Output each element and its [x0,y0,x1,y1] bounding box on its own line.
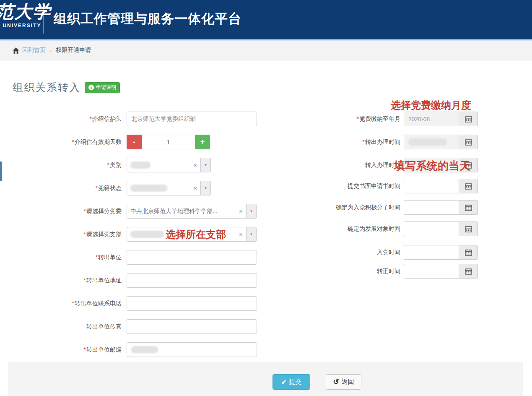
written-application-date-calendar-button[interactable] [459,179,478,193]
transfer-in-date-label: 转入办理时间 [268,162,400,169]
activist-date-label: 确定为入党积极分子时间 [268,204,400,211]
clear-icon[interactable]: × [237,231,243,238]
submit-button-label: 提交 [289,378,301,386]
breadcrumb-current: 权限开通申请 [56,47,91,54]
unit-zipcode-input[interactable] [127,342,257,357]
calendar-icon [465,225,472,232]
transfer-out-unit-label: *转出单位 [0,254,122,261]
activist-date-input[interactable] [404,200,459,215]
clear-icon[interactable]: × [237,208,243,215]
sub-committee-dropdown-button[interactable]: ▼ [246,204,257,219]
field-row-activist-date: 确定为入党积极分子时间 [268,200,478,215]
party-status-label: *党籍状态 [0,185,122,192]
validity-days-label: *介绍信有效期天数 [0,138,122,146]
annotation-select-branch: 选择所在支部 [166,228,226,241]
field-row-full-member-date: 转正时间 [268,264,478,279]
logo-divider [43,7,44,34]
full-member-date-calendar-button[interactable] [459,264,478,279]
calendar-icon [465,204,472,211]
calendar-icon [465,115,472,122]
sub-committee-label: *请选择分党委 [0,208,122,215]
stepper-plus-button[interactable]: + [195,135,210,149]
field-row-development-target-date: 确定为发展对象时间 [268,221,478,236]
breadcrumb: 回到首页 › 权限开通申请 [0,41,532,60]
field-row-join-party-date: 入党时间 [268,245,478,260]
info-icon: i [88,85,94,90]
unit-phone-input[interactable] [127,296,257,311]
redacted-value [408,138,447,146]
undo-arrow-icon: ↺ [333,378,339,386]
field-row-unit-phone: *转出单位联系电话 [0,296,257,311]
chevron-down-icon: ▼ [250,232,253,236]
clear-icon[interactable]: × [192,185,197,192]
home-icon [13,47,19,54]
party-branch-select[interactable]: 选择所在支部 × [127,227,246,242]
written-application-date-label: 提交书面申请书时间 [268,182,400,190]
field-row-party-branch: *请选择党支部 选择所在支部 × ▼ [0,227,257,242]
development-target-date-input[interactable] [404,221,459,236]
sub-committee-select[interactable]: 中共北京师范大学地理科学学部... × [127,204,246,219]
stepper-value[interactable]: 1 [142,135,195,149]
join-party-date-input[interactable] [404,245,459,260]
fee-paid-until-label: *党费缴纳至年月 [268,115,400,123]
breadcrumb-home-link[interactable]: 回到首页 [22,47,46,54]
check-icon: ✔ [281,378,287,386]
activist-date-calendar-button[interactable] [459,200,478,215]
chevron-down-icon: ▼ [250,209,253,213]
transfer-out-unit-input[interactable] [127,250,257,265]
page-title-row: 组织关系转入 i 申请说明 [13,81,120,94]
unit-fax-label: 转出单位传真 [0,323,122,331]
party-status-select[interactable]: × [127,181,200,195]
unit-address-input[interactable] [127,273,257,288]
fee-paid-until-calendar-button[interactable] [459,112,478,126]
redacted-value [130,231,164,238]
field-row-unit-address: *转出单位地址 [0,273,257,288]
validity-days-stepper: - 1 + [127,135,210,149]
application-instructions-badge[interactable]: i 申请说明 [85,82,120,93]
page-title: 组织关系转入 [13,81,80,94]
app-header: 范大学 L UNIVERSITY 组织工作管理与服务一体化平台 [0,0,532,41]
annotation-fee-month: 选择党费缴纳月度 [391,99,471,112]
transfer-out-date-input[interactable] [404,135,459,149]
calendar-icon [465,138,472,146]
intro-letter-title-input[interactable] [127,112,257,126]
app-title: 组织工作管理与服务一体化平台 [54,10,241,28]
transfer-out-date-calendar-button[interactable] [459,135,478,149]
calendar-icon [465,182,472,190]
redacted-value [131,346,158,353]
join-party-date-calendar-button[interactable] [459,245,478,260]
development-target-date-calendar-button[interactable] [459,221,478,236]
field-row-fee-paid-until: *党费缴纳至年月 2020-08 [268,112,478,126]
unit-phone-label: *转出单位联系电话 [0,300,122,307]
unit-fax-input[interactable] [127,319,257,334]
submit-button[interactable]: ✔ 提交 [272,374,310,390]
field-row-category: *类别 × ▼ [0,158,211,172]
category-dropdown-button[interactable]: ▼ [200,158,211,172]
sub-committee-value: 中共北京师范大学地理科学学部... [130,208,218,215]
category-label: *类别 [0,162,122,169]
field-row-written-application-date: 提交书面申请书时间 [268,179,478,193]
field-row-unit-zipcode: *转出单位邮编 [0,342,257,357]
full-member-date-input[interactable] [404,264,459,279]
fee-paid-until-input[interactable]: 2020-08 [404,112,459,126]
info-badge-label: 申请说明 [96,84,116,91]
redacted-value [130,162,151,169]
fee-paid-until-value: 2020-08 [408,116,430,122]
chevron-down-icon: ▼ [204,186,208,190]
full-member-date-label: 转正时间 [268,268,400,275]
intro-letter-title-label: *介绍信抬头 [0,115,122,123]
party-branch-dropdown-button[interactable]: ▼ [246,227,257,242]
clear-icon[interactable]: × [192,162,197,169]
party-branch-label: *请选择党支部 [0,231,122,238]
field-row-intro-letter-title: *介绍信抬头 [0,112,257,126]
unit-address-label: *转出单位地址 [0,277,122,284]
stepper-minus-button[interactable]: - [127,135,142,149]
back-button-label: 返回 [342,378,354,386]
back-button[interactable]: ↺ 返回 [326,374,361,390]
field-row-validity-days: *介绍信有效期天数 - 1 + [0,135,210,149]
written-application-date-input[interactable] [404,179,459,193]
category-select[interactable]: × [127,158,200,172]
chevron-down-icon: ▼ [204,163,208,167]
calendar-icon [465,249,472,256]
party-status-dropdown-button[interactable]: ▼ [200,181,211,195]
